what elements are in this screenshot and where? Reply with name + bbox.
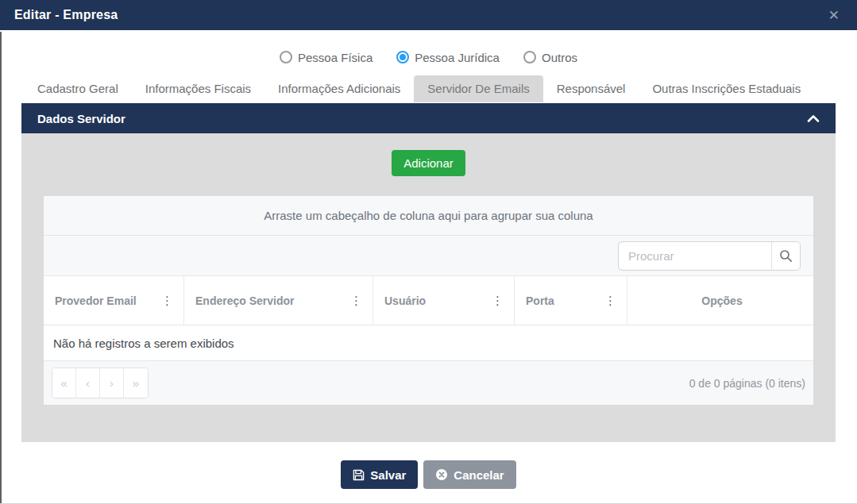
person-type-radio-group: Pessoa Física Pessoa Jurídica Outros	[0, 49, 857, 65]
tab-servidor-de-emails[interactable]: Servidor De Emails	[414, 75, 542, 102]
footer-actions: Salvar Cancelar	[0, 460, 857, 489]
radio-label: Pessoa Jurídica	[415, 51, 500, 64]
dados-servidor-panel: Dados Servidor Adicionar Arraste um cabe…	[21, 103, 836, 442]
save-button-label: Salvar	[370, 468, 406, 482]
tab-responsavel[interactable]: Responsável	[543, 75, 639, 102]
pager-prev-icon[interactable]: ‹	[76, 368, 100, 398]
close-icon[interactable]: ✕	[825, 7, 843, 24]
grid-pager: « ‹ › » 0 de 0 páginas (0 itens)	[44, 361, 813, 405]
column-header-usuario[interactable]: Usuário ⋮	[373, 276, 515, 325]
radio-pessoa-juridica[interactable]: Pessoa Jurídica	[396, 51, 500, 64]
search-icon[interactable]	[771, 242, 800, 270]
modal-title: Editar - Empresa	[14, 8, 118, 22]
radio-pessoa-fisica[interactable]: Pessoa Física	[280, 51, 373, 64]
email-servers-grid: Arraste um cabeçalho de coluna aqui para…	[44, 196, 813, 405]
radio-unchecked-icon	[523, 51, 536, 63]
tab-informacoes-fiscais[interactable]: Informações Fiscais	[132, 75, 264, 102]
grid-empty-message: Não há registros a serem exibidos	[44, 325, 813, 361]
save-button[interactable]: Salvar	[341, 460, 418, 489]
column-header-provedor-email[interactable]: Provedor Email ⋮	[44, 276, 184, 325]
grid-header-row: Provedor Email ⋮ Endereço Servidor ⋮ Usu…	[44, 276, 813, 325]
panel-title: Dados Servidor	[37, 112, 125, 125]
add-row: Adicionar	[21, 150, 836, 176]
column-header-endereco-servidor[interactable]: Endereço Servidor ⋮	[184, 276, 373, 325]
floppy-disk-icon	[353, 469, 365, 481]
radio-label: Pessoa Física	[298, 51, 373, 64]
chevron-up-icon[interactable]	[807, 114, 820, 123]
column-menu-icon[interactable]: ⋮	[348, 294, 365, 308]
tab-outras-inscricoes-estaduais[interactable]: Outras Inscrições Estaduais	[639, 75, 814, 102]
cancel-button[interactable]: Cancelar	[423, 460, 515, 489]
grid-group-drop-area[interactable]: Arraste um cabeçalho de coluna aqui para…	[44, 196, 813, 236]
pager-first-icon[interactable]: «	[52, 368, 76, 398]
pager-summary: 0 de 0 páginas (0 itens)	[689, 377, 805, 390]
background-page-edge	[0, 32, 2, 503]
column-header-porta[interactable]: Porta ⋮	[515, 276, 627, 325]
column-menu-icon[interactable]: ⋮	[489, 294, 506, 308]
column-menu-icon[interactable]: ⋮	[159, 294, 176, 308]
search-input[interactable]	[619, 242, 771, 270]
radio-checked-icon	[396, 51, 409, 63]
column-menu-icon[interactable]: ⋮	[602, 294, 619, 308]
panel-body: Adicionar Arraste um cabeçalho de coluna…	[21, 133, 836, 442]
modal-header: Editar - Empresa ✕	[0, 0, 857, 30]
pager-next-icon[interactable]: ›	[100, 368, 124, 398]
radio-outros[interactable]: Outros	[523, 51, 577, 64]
add-button[interactable]: Adicionar	[392, 150, 465, 176]
tab-informacoes-adicionais[interactable]: Informações Adicionais	[264, 75, 414, 102]
panel-header: Dados Servidor	[21, 103, 836, 133]
tab-strip: Cadastro Geral Informações Fiscais Infor…	[0, 76, 857, 102]
cancel-button-label: Cancelar	[454, 468, 504, 482]
radio-label: Outros	[542, 51, 577, 64]
search-box	[618, 241, 801, 271]
column-header-opcoes: Opções	[627, 276, 813, 325]
cancel-circle-x-icon	[435, 468, 448, 481]
radio-unchecked-icon	[280, 51, 292, 63]
tab-cadastro-geral[interactable]: Cadastro Geral	[24, 75, 132, 102]
grid-toolbar	[44, 236, 813, 276]
pager-buttons: « ‹ › »	[52, 367, 149, 398]
pager-last-icon[interactable]: »	[124, 368, 148, 398]
